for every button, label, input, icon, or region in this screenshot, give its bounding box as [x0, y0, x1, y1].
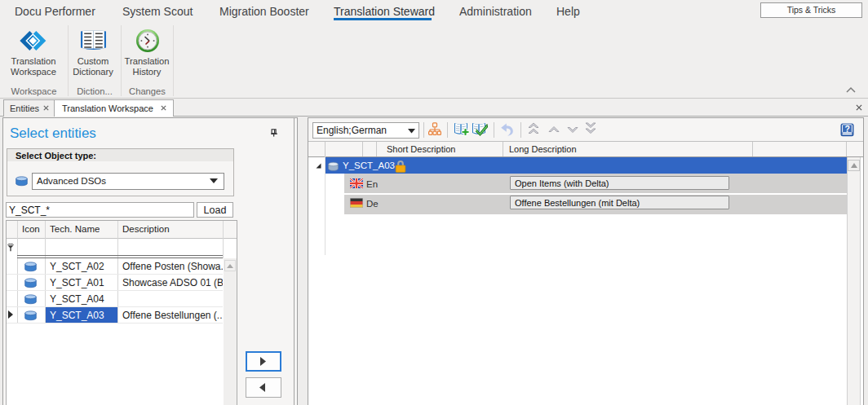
svg-text:?: ? [844, 124, 849, 134]
